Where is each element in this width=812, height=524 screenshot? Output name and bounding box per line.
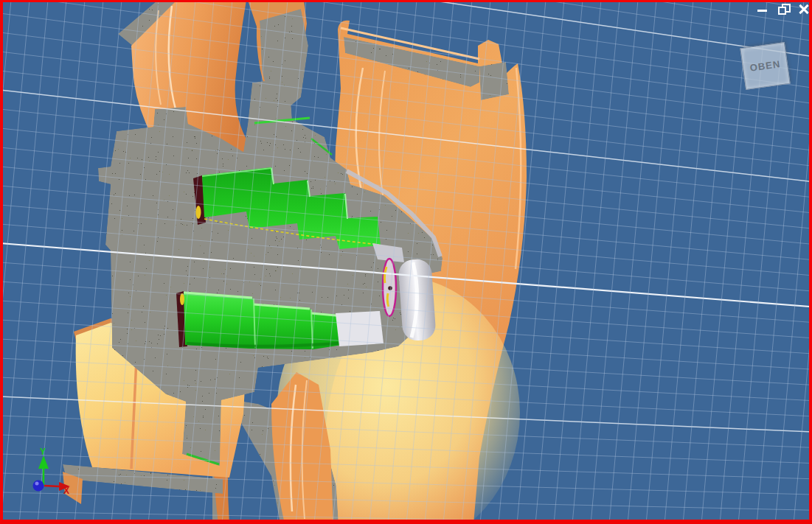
restore-button[interactable] xyxy=(776,2,791,15)
viewport[interactable]: Y X xyxy=(0,0,812,524)
viewcube-label: OBEN xyxy=(749,58,781,74)
z-origin-highlight xyxy=(35,482,39,486)
seal-center xyxy=(388,286,392,290)
z-axis-origin xyxy=(33,481,44,492)
minimize-button[interactable] xyxy=(755,2,770,15)
minimize-icon xyxy=(757,10,767,12)
viewcube[interactable]: OBEN xyxy=(740,42,790,90)
key-detail xyxy=(196,206,201,219)
x-axis-arrow xyxy=(44,486,59,486)
x-axis-label: X xyxy=(63,486,69,496)
close-button[interactable] xyxy=(797,2,811,15)
cad-window: Y X OBEN xyxy=(0,0,812,524)
y-axis-label: Y xyxy=(40,447,46,457)
key-detail xyxy=(180,293,184,305)
